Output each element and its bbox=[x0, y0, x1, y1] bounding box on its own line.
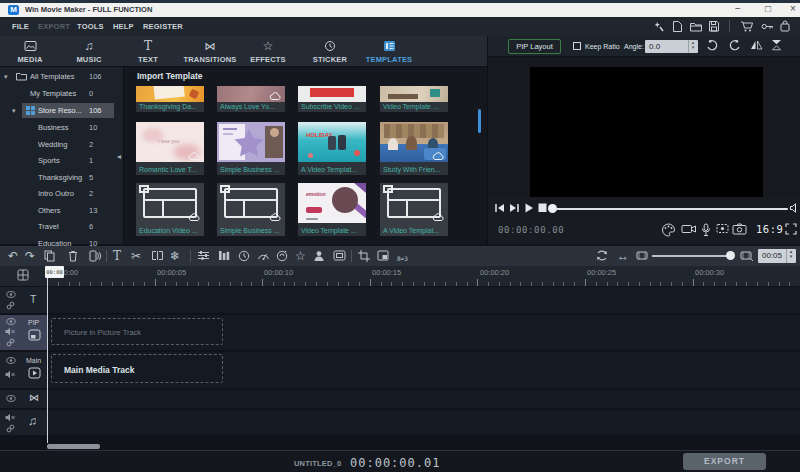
tab-effects[interactable]: ☆ EFFECTS bbox=[236, 39, 300, 64]
mute-icon[interactable] bbox=[5, 413, 15, 422]
tab-sticker[interactable]: STICKER bbox=[298, 39, 362, 64]
detach-icon[interactable] bbox=[151, 250, 164, 261]
sidebar-item-sports[interactable]: Sports1 bbox=[0, 153, 124, 168]
pip-mask-icon[interactable] bbox=[377, 250, 389, 261]
tab-music[interactable]: ♫ MUSIC bbox=[57, 39, 121, 64]
play-button[interactable] bbox=[524, 203, 534, 213]
timeline-horizontal-scrollbar[interactable] bbox=[47, 444, 100, 449]
color-palette-icon[interactable] bbox=[661, 223, 676, 237]
sidebar-item-others[interactable]: Others13 bbox=[0, 203, 124, 218]
split-scissors-icon[interactable]: ✂ bbox=[131, 249, 141, 263]
snapshot-camera-icon[interactable] bbox=[732, 223, 747, 235]
tab-text[interactable]: T TEXT bbox=[116, 39, 180, 64]
sidebar-item-business[interactable]: Business10 bbox=[0, 120, 124, 135]
angle-input[interactable]: 0.0▴▾ bbox=[645, 40, 698, 53]
template-card[interactable]: Thanksgiving Da... bbox=[136, 86, 204, 112]
rotate-ccw-icon[interactable] bbox=[706, 39, 719, 51]
eye-icon[interactable] bbox=[6, 357, 16, 364]
stop-button[interactable] bbox=[538, 203, 547, 213]
tab-transitions[interactable]: ⋈ TRANSITIONS bbox=[178, 39, 242, 64]
fit-timeline-icon[interactable]: ↔ bbox=[617, 249, 629, 263]
text-track-lane[interactable] bbox=[47, 287, 800, 313]
template-card[interactable]: Study With Frien... bbox=[380, 122, 448, 175]
duration-spinner[interactable]: ▴▾ bbox=[786, 249, 795, 263]
tab-templates[interactable]: TEMPLATES bbox=[357, 39, 421, 64]
sidebar-item-thanksgiving[interactable]: Thanksgiving5 bbox=[0, 170, 124, 185]
playhead-flag[interactable]: 00:00 bbox=[45, 266, 64, 278]
rotate-cw-icon[interactable] bbox=[728, 39, 741, 51]
menu-file[interactable]: FILE bbox=[12, 22, 29, 31]
duration-icon[interactable] bbox=[238, 250, 250, 262]
sidebar-item-store-resources[interactable]: ▾ Store Reso... 106 bbox=[0, 103, 124, 118]
effects-star-icon[interactable]: ☆ bbox=[295, 249, 306, 263]
seek-handle[interactable] bbox=[548, 204, 557, 213]
text-track-header[interactable]: T bbox=[0, 287, 47, 313]
menu-tools[interactable]: TOOLS bbox=[77, 22, 104, 31]
collapse-panel-arrow[interactable]: ◂ bbox=[117, 152, 121, 161]
new-project-icon[interactable] bbox=[672, 20, 683, 33]
record-screen-icon[interactable] bbox=[716, 223, 729, 234]
template-card[interactable]: HOLIDAY A Video Templat... bbox=[298, 122, 366, 175]
template-card[interactable]: Simple Business ... bbox=[217, 183, 285, 236]
speed-icon[interactable] bbox=[257, 250, 270, 261]
avatar-icon[interactable] bbox=[313, 250, 325, 262]
expand-arrow-icon[interactable]: ▾ bbox=[4, 73, 8, 81]
add-text-icon[interactable]: T bbox=[113, 249, 121, 263]
audio-track-lane[interactable] bbox=[47, 410, 800, 435]
expand-arrow-icon[interactable]: ▾ bbox=[12, 107, 16, 115]
template-card[interactable]: Simple Business ... bbox=[217, 122, 285, 175]
frame-badge[interactable]: 8=3 bbox=[397, 252, 408, 266]
undo-icon[interactable]: ↶ bbox=[8, 249, 18, 263]
pip-track-lane[interactable]: Picture in Picture Track bbox=[47, 315, 800, 350]
clip-duration-input[interactable]: 00:05▴▾ bbox=[758, 249, 796, 263]
link-icon[interactable] bbox=[6, 338, 15, 347]
aspect-ratio-display[interactable]: 16:9 bbox=[756, 223, 783, 235]
delete-icon[interactable] bbox=[68, 250, 78, 262]
sidebar-item-all-templates[interactable]: ▾ All Templates 106 bbox=[0, 69, 124, 84]
manage-tracks-icon[interactable] bbox=[17, 269, 29, 281]
minimize-button[interactable]: − bbox=[731, 3, 745, 14]
maximize-button[interactable]: □ bbox=[761, 3, 775, 14]
microphone-icon[interactable] bbox=[701, 223, 711, 237]
voiceover-icon[interactable] bbox=[88, 250, 101, 262]
timeline-zoom-slider[interactable] bbox=[652, 255, 730, 257]
audio-mixer-icon[interactable] bbox=[218, 250, 230, 261]
zoom-in-film-icon[interactable] bbox=[740, 251, 753, 261]
eye-icon[interactable] bbox=[6, 395, 16, 402]
mute-icon[interactable] bbox=[5, 370, 15, 379]
frame-icon[interactable] bbox=[333, 250, 346, 261]
zoom-out-film-icon[interactable] bbox=[636, 251, 648, 260]
template-card[interactable]: I love you Romantic Love T... bbox=[136, 122, 204, 175]
sidebar-item-intro-outro[interactable]: Intro Outro2 bbox=[0, 186, 124, 201]
crop-icon[interactable] bbox=[358, 250, 370, 262]
fullscreen-icon[interactable] bbox=[785, 223, 797, 235]
export-button[interactable]: EXPORT bbox=[683, 453, 766, 470]
eye-icon[interactable] bbox=[6, 318, 16, 325]
save-icon[interactable] bbox=[708, 20, 720, 33]
template-card[interactable]: Education Video ... bbox=[136, 183, 204, 236]
menu-register[interactable]: REGISTER bbox=[143, 22, 183, 31]
seek-bar[interactable] bbox=[552, 208, 788, 210]
link-icon[interactable] bbox=[6, 301, 15, 310]
keep-ratio-checkbox[interactable] bbox=[573, 42, 581, 50]
flip-horizontal-icon[interactable] bbox=[750, 39, 763, 51]
flip-vertical-icon[interactable] bbox=[770, 39, 783, 51]
angle-spinner[interactable]: ▴▾ bbox=[688, 40, 697, 53]
eye-icon[interactable] bbox=[6, 291, 16, 298]
purchase-bag-icon[interactable] bbox=[779, 20, 791, 33]
open-project-icon[interactable] bbox=[689, 20, 703, 33]
redo-icon[interactable]: ↷ bbox=[25, 249, 35, 263]
motion-icon[interactable] bbox=[276, 250, 288, 262]
audio-track-header[interactable]: ♫ bbox=[0, 410, 47, 435]
menu-help[interactable]: HELP bbox=[113, 22, 134, 31]
previous-frame-button[interactable] bbox=[494, 203, 505, 213]
template-card[interactable]: A Video Templat... bbox=[380, 183, 448, 236]
main-track-lane[interactable]: Main Media Track bbox=[47, 352, 800, 388]
loop-refresh-icon[interactable] bbox=[595, 249, 609, 262]
menu-export[interactable]: EXPORT bbox=[38, 22, 70, 31]
main-track-header[interactable]: Main bbox=[0, 352, 47, 388]
mute-icon[interactable] bbox=[5, 327, 15, 336]
copy-icon[interactable] bbox=[44, 250, 55, 262]
video-canvas[interactable] bbox=[530, 67, 763, 197]
adjust-icon[interactable] bbox=[197, 250, 210, 261]
